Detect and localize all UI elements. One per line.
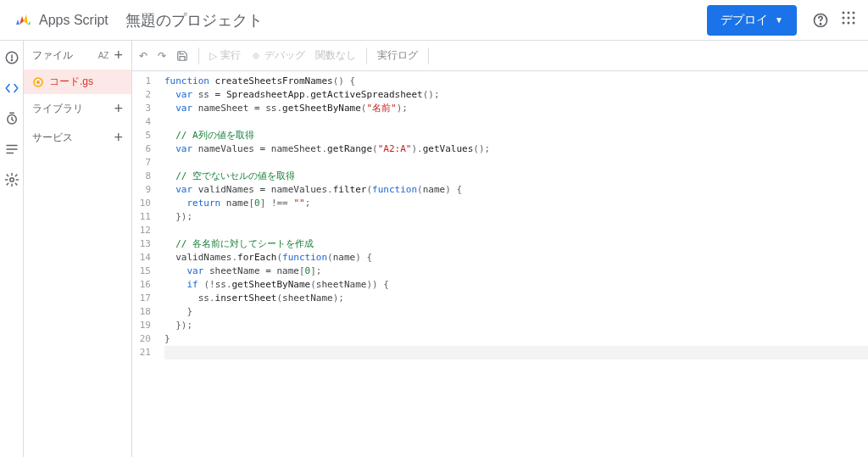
file-panel: ファイル AZ + コード.gs ライブラリ + サービス + (24, 41, 132, 457)
rail-executions-icon[interactable] (2, 139, 22, 159)
svg-point-2 (843, 11, 845, 14)
header: Apps Script 無題のプロジェクト デプロイ ▼ (0, 0, 868, 41)
apps-script-logo-icon (14, 10, 34, 31)
code-editor[interactable]: 123456789101112131415161718192021 functi… (132, 71, 868, 457)
help-icon[interactable] (810, 10, 831, 31)
add-service-icon[interactable]: + (114, 130, 123, 145)
add-file-icon[interactable]: + (114, 47, 123, 63)
sort-icon[interactable]: AZ (98, 51, 109, 60)
add-library-icon[interactable]: + (114, 101, 123, 116)
left-rail (0, 41, 24, 457)
run-button[interactable]: ▷ 実行 (209, 48, 241, 63)
svg-point-9 (848, 21, 850, 24)
code-content[interactable]: function createSheetsFromNames() { var s… (158, 71, 868, 457)
svg-point-7 (853, 16, 855, 19)
rail-overview-icon[interactable] (2, 47, 22, 68)
rail-editor-icon[interactable] (2, 78, 22, 98)
editor-area: ↶ ↷ ▷ 実行 デバッグ 関数なし 実行ログ 1234567891011121… (132, 41, 868, 457)
libraries-label: ライブラリ (32, 102, 83, 116)
services-label: サービス (32, 131, 73, 145)
product-name: Apps Script (39, 13, 108, 28)
save-icon[interactable] (176, 50, 188, 62)
deploy-label: デプロイ (721, 13, 768, 28)
debug-button[interactable]: デバッグ (251, 48, 305, 63)
svg-point-5 (843, 16, 845, 19)
svg-point-1 (820, 23, 821, 24)
libraries-section-header: ライブラリ + (24, 94, 131, 123)
project-title[interactable]: 無題のプロジェクト (125, 10, 263, 31)
caret-down-icon: ▼ (775, 15, 783, 25)
svg-point-14 (9, 178, 14, 182)
execution-log-button[interactable]: 実行ログ (377, 48, 418, 63)
svg-point-8 (843, 21, 845, 24)
svg-point-4 (853, 11, 855, 14)
apps-grid-icon[interactable] (841, 10, 861, 31)
file-name: コード.gs (49, 75, 93, 89)
product-logo[interactable]: Apps Script (14, 10, 108, 31)
rail-settings-icon[interactable] (2, 170, 22, 190)
svg-point-17 (254, 54, 258, 58)
function-select[interactable]: 関数なし (315, 48, 356, 63)
files-label: ファイル (32, 48, 73, 63)
redo-icon[interactable]: ↷ (158, 50, 166, 62)
svg-point-6 (848, 16, 850, 19)
undo-icon[interactable]: ↶ (139, 50, 147, 62)
line-gutter: 123456789101112131415161718192021 (132, 71, 158, 457)
svg-point-12 (11, 59, 12, 60)
editor-toolbar: ↶ ↷ ▷ 実行 デバッグ 関数なし 実行ログ (132, 41, 868, 71)
svg-point-16 (36, 81, 40, 84)
file-status-icon (32, 76, 44, 88)
deploy-button[interactable]: デプロイ ▼ (707, 5, 797, 36)
file-item-code[interactable]: コード.gs (24, 70, 131, 94)
files-section-header: ファイル AZ + (24, 41, 131, 70)
rail-triggers-icon[interactable] (2, 109, 22, 129)
svg-point-10 (853, 21, 855, 24)
services-section-header: サービス + (24, 123, 131, 152)
svg-point-3 (848, 11, 850, 14)
